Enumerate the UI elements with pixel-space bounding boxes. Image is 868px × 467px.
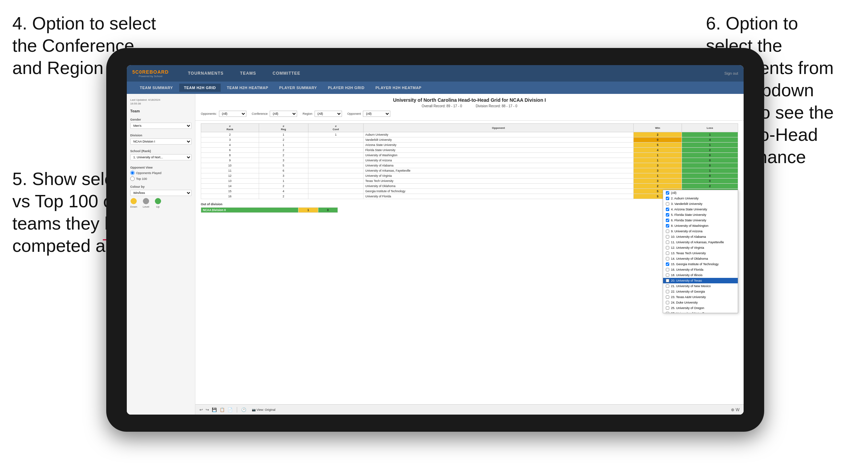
table-row: 14 2 University of Oklahoma 2 2 bbox=[201, 184, 738, 189]
dropdown-item[interactable]: 14. University of Oklahoma bbox=[663, 256, 738, 261]
colour-section: Colour by Win/loss Down Level bbox=[130, 185, 192, 208]
legend-level-circle bbox=[143, 198, 149, 204]
nav-signout[interactable]: Sign out bbox=[724, 71, 738, 75]
cell-win: 2 bbox=[634, 184, 682, 189]
table-row: 8 2 University of Washington 1 0 bbox=[201, 153, 738, 158]
cell-conf bbox=[308, 173, 363, 179]
dropdown-item[interactable]: 23. Texas A&M University bbox=[663, 294, 738, 300]
cell-loss: 0 bbox=[682, 153, 738, 158]
cell-loss: 0 bbox=[682, 179, 738, 184]
cell-opponent: University of Washington bbox=[364, 153, 634, 158]
dropdown-item[interactable]: 4. Arizona State University bbox=[663, 207, 738, 212]
col-reg: #Reg bbox=[259, 124, 308, 132]
cell-reg: 5 bbox=[259, 163, 308, 168]
grid-title: University of North Carolina Head-to-Hea… bbox=[201, 97, 738, 103]
nav-tournaments[interactable]: TOURNAMENTS bbox=[185, 70, 226, 77]
cell-reg: 3 bbox=[259, 173, 308, 179]
dropdown-item[interactable]: 3. Vanderbilt University bbox=[663, 201, 738, 207]
cell-rank: 10 bbox=[201, 163, 259, 168]
radio-opponents-played[interactable]: Opponents Played bbox=[130, 171, 192, 175]
dropdown-item[interactable]: 9. University of Arizona bbox=[663, 229, 738, 234]
dropdown-item[interactable]: 16. University of Florida bbox=[663, 267, 738, 272]
cell-loss: 1 bbox=[682, 168, 738, 173]
cell-win: 0 bbox=[634, 137, 682, 143]
dropdown-item[interactable]: 21. University of New Mexico bbox=[663, 283, 738, 289]
save-icon[interactable]: 💾 bbox=[212, 407, 217, 412]
table-row: 2 1 1 Auburn University 2 1 bbox=[201, 132, 738, 137]
conference-select[interactable]: (All) bbox=[270, 111, 297, 117]
cell-opponent: Florida State University bbox=[364, 148, 634, 153]
subnav-player-summary[interactable]: PLAYER SUMMARY bbox=[274, 84, 322, 92]
subnav-player-h2h-grid[interactable]: PLAYER H2H GRID bbox=[323, 84, 369, 92]
cell-conf bbox=[308, 163, 363, 168]
dropdown-item[interactable]: 6. Florida State University bbox=[663, 218, 738, 223]
division-select[interactable]: NCAA Division I bbox=[130, 138, 192, 145]
colour-select[interactable]: Win/loss bbox=[130, 190, 192, 196]
redo-icon[interactable]: ↪ bbox=[206, 407, 209, 412]
dropdown-item[interactable]: 11. University of Arkansas, Fayetteville bbox=[663, 239, 738, 245]
dropdown-item[interactable]: 13. Texas Tech University bbox=[663, 250, 738, 256]
clock-icon[interactable]: 🕐 bbox=[241, 407, 246, 412]
opponents-select[interactable]: (All) bbox=[219, 111, 246, 117]
table-row: 13 1 Texas Tech University 3 0 bbox=[201, 179, 738, 184]
radio-top100[interactable]: Top 100 bbox=[130, 176, 192, 181]
toolbar-sep bbox=[237, 407, 237, 413]
subnav-team-h2h-heatmap[interactable]: TEAM H2H HEATMAP bbox=[222, 84, 273, 92]
tablet-screen: 5C0REBOARD Powered by School TOURNAMENTS… bbox=[127, 65, 744, 415]
cell-rank: 8 bbox=[201, 153, 259, 158]
col-win: Win bbox=[634, 124, 682, 132]
logo-sub: Powered by School bbox=[139, 75, 162, 78]
dropdown-item[interactable]: 22. University of Georgia bbox=[663, 289, 738, 294]
paste-icon[interactable]: 📄 bbox=[228, 407, 233, 412]
cell-win: 4 bbox=[634, 148, 682, 153]
cell-reg: 2 bbox=[259, 194, 308, 199]
cell-win: 1 bbox=[634, 153, 682, 158]
colour-legend: Down Level Up bbox=[130, 198, 192, 208]
dropdown-item[interactable]: 20. University of Texas bbox=[663, 278, 738, 283]
cell-win: 3 bbox=[634, 179, 682, 184]
cell-loss: 1 bbox=[682, 143, 738, 148]
cell-opponent: University of Virginia bbox=[364, 173, 634, 179]
cell-rank: 14 bbox=[201, 184, 259, 189]
right-panel: University of North Carolina Head-to-Hea… bbox=[195, 94, 744, 415]
dropdown-item[interactable]: 25. University of Oregon bbox=[663, 305, 738, 311]
undo-icon[interactable]: ↩ bbox=[199, 407, 203, 412]
opponent-select[interactable]: (All) bbox=[363, 111, 390, 117]
logo-text: 5C0REBOARD bbox=[132, 69, 169, 75]
overall-record: Overall Record: 89 - 17 - 0 bbox=[422, 104, 462, 108]
dropdown-item[interactable]: 10. University of Alabama bbox=[663, 234, 738, 239]
cell-reg: 4 bbox=[259, 189, 308, 194]
gender-select[interactable]: Men's bbox=[130, 123, 192, 129]
dropdown-item[interactable]: 27. University of Notre Dame bbox=[663, 311, 738, 313]
subnav-team-h2h-grid[interactable]: TEAM H2H GRID bbox=[179, 84, 221, 92]
subnav-team-summary[interactable]: TEAM SUMMARY bbox=[135, 84, 178, 92]
school-select[interactable]: 1. University of Nort... bbox=[130, 154, 192, 160]
dropdown-item[interactable]: 12. University of Virginia bbox=[663, 245, 738, 250]
opponent-filter: Opponent (All) bbox=[347, 111, 391, 117]
dropdown-item[interactable]: 15. Georgia Institute of Technology bbox=[663, 261, 738, 267]
dropdown-item[interactable]: 5. Florida State University bbox=[663, 212, 738, 218]
cell-win: 1 bbox=[634, 158, 682, 163]
cell-rank: 13 bbox=[201, 179, 259, 184]
region-select[interactable]: (All) bbox=[315, 111, 342, 117]
cell-rank: 6 bbox=[201, 148, 259, 153]
cell-rank: 12 bbox=[201, 173, 259, 179]
copy-icon[interactable]: 📋 bbox=[220, 407, 225, 412]
dropdown-item[interactable]: 2. Auburn University bbox=[663, 196, 738, 201]
legend-down-circle bbox=[131, 198, 137, 204]
dropdown-item[interactable]: (All) bbox=[663, 190, 738, 196]
opponent-dropdown[interactable]: (All) 2. Auburn University 3. Vanderbilt… bbox=[663, 190, 738, 313]
zoom-icon[interactable]: ⊕ W bbox=[731, 407, 739, 412]
out-div-table: NCAA Division II 1 0 bbox=[201, 207, 338, 213]
subnav-player-h2h-heatmap[interactable]: PLAYER H2H HEATMAP bbox=[371, 84, 426, 92]
cell-win: 3 bbox=[634, 163, 682, 168]
table-row: 3 2 Vanderbilt University 0 4 bbox=[201, 137, 738, 143]
dropdown-item[interactable]: 8. University of Washington bbox=[663, 223, 738, 229]
nav-committee[interactable]: COMMITTEE bbox=[270, 70, 303, 77]
out-of-division-section: Out of division NCAA Division II 1 0 bbox=[201, 202, 738, 213]
nav-teams[interactable]: TEAMS bbox=[237, 70, 259, 77]
dropdown-item[interactable]: 18. University of Illinois bbox=[663, 272, 738, 278]
main-content: Last Updated: 4/18/2024 16:55:38 Team Ge… bbox=[127, 94, 744, 415]
dropdown-item[interactable]: 24. Duke University bbox=[663, 300, 738, 305]
cell-loss: 0 bbox=[682, 158, 738, 163]
